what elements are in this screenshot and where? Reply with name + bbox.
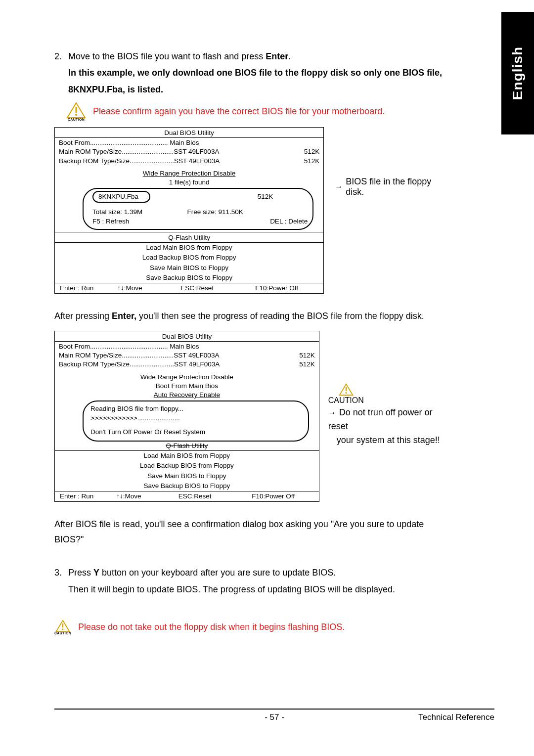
bios1-key-move: ↑↓:Move bbox=[117, 284, 180, 293]
svg-rect-7 bbox=[62, 623, 63, 627]
step-2-text-a: Move to the BIOS file you want to flash … bbox=[68, 51, 266, 61]
bios1-title: Dual BIOS Utility bbox=[55, 128, 323, 137]
step-3-line1: 3.Press Y button on your keyboard after … bbox=[54, 565, 445, 581]
bios2-key-f10: F10:Power Off bbox=[252, 492, 314, 501]
bios1-free-size: Free size: 911.50K bbox=[187, 208, 243, 217]
bios2-backrom-val: SST 49LF003A bbox=[174, 360, 220, 368]
bios2-bootfrom2: Boot From Main Bios bbox=[55, 382, 319, 391]
bios1-mainrom-size: 512K bbox=[304, 147, 320, 156]
language-tab-text: English bbox=[510, 46, 526, 100]
bios2-title: Dual BIOS Utility bbox=[55, 331, 319, 341]
caution-2-text: Please do not take out the floppy disk w… bbox=[78, 622, 345, 632]
bios1-mainrom-label: Main ROM Type/Size......................… bbox=[59, 148, 174, 155]
dual-bios-utility-1: Dual BIOS Utility Boot From.............… bbox=[54, 127, 324, 294]
bios2-progress-box: Reading BIOS file from floppy... >>>>>>>… bbox=[83, 400, 309, 442]
step-3-line2: Then it will begin to update BIOS. The p… bbox=[54, 581, 445, 598]
caution-label-1: CAUTION bbox=[68, 118, 85, 121]
bios1-backrom-val: SST 49LF003A bbox=[174, 157, 220, 165]
caution-label-2: CAUTION bbox=[54, 631, 71, 635]
step-3-number: 3. bbox=[54, 565, 68, 581]
bios2-bootfrom-label: Boot From...............................… bbox=[59, 343, 168, 350]
bios2-mainrom-size: 512K bbox=[299, 351, 315, 360]
bios1-bootfrom-label: Boot From...............................… bbox=[59, 139, 168, 146]
caution-triangle-icon bbox=[55, 620, 70, 632]
step-2-heading: 2.Move to the BIOS file you want to flas… bbox=[54, 48, 445, 65]
bios1-save-backup[interactable]: Save Backup BIOS to Floppy bbox=[55, 273, 323, 283]
floppy-note-1-text: BIOS file in the floppy disk. bbox=[346, 177, 445, 197]
step-2-number: 2. bbox=[54, 48, 68, 65]
bios2-backrom-size: 512K bbox=[299, 360, 315, 369]
bios1-load-backup[interactable]: Load Backup BIOS from Floppy bbox=[55, 253, 323, 263]
caution-1-text: Please confirm again you have the correc… bbox=[93, 106, 385, 117]
page-number: - 57 - bbox=[54, 712, 494, 722]
bios2-widerange: Wide Range Protection Disable bbox=[55, 370, 319, 382]
bios1-file-box: 8KNXPU.Fba 512K Total size: 1.39M Free s… bbox=[83, 188, 313, 230]
bios2-key-esc: ESC:Reset bbox=[178, 492, 252, 501]
arrow-right-icon: → bbox=[328, 408, 336, 417]
svg-point-2 bbox=[75, 114, 77, 116]
do-not-note-a: Do not trun off power or reset bbox=[328, 407, 433, 431]
bios2-key-move: ↑↓:Move bbox=[116, 492, 178, 501]
bios1-file-size: 512K bbox=[258, 192, 273, 201]
after-enter-text: After pressing Enter, you'll then see th… bbox=[54, 309, 445, 324]
svg-point-5 bbox=[345, 392, 347, 394]
bios1-qflash: Q-Flash Utility bbox=[55, 232, 323, 242]
caution-label-3: CAUTION bbox=[328, 396, 364, 405]
bios2-qflash: Q-Flash Utility bbox=[55, 441, 319, 450]
bios2-chevrons: >>>>>>>>>>>>....................... bbox=[90, 414, 301, 423]
caution-1: CAUTION Please confirm again you have th… bbox=[66, 102, 445, 121]
arrow-right-icon: → bbox=[335, 182, 343, 191]
bios1-refresh: F5 : Refresh bbox=[92, 217, 129, 226]
caution-icon-3: CAUTION bbox=[328, 383, 364, 405]
bios2-bootfrom-val: Main Bios bbox=[170, 343, 199, 350]
caution-icon-2: CAUTION bbox=[54, 620, 71, 635]
language-tab: English bbox=[501, 12, 534, 134]
bios2-save-backup[interactable]: Save Backup BIOS to Floppy bbox=[55, 481, 319, 491]
bios2-reading: Reading BIOS file from floppy... bbox=[90, 404, 301, 413]
bios1-delete: DEL : Delete bbox=[270, 217, 308, 226]
bios2-load-backup[interactable]: Load Backup BIOS from Floppy bbox=[55, 461, 319, 471]
bios1-key-enter: Enter : Run bbox=[60, 284, 117, 293]
do-not-note-b: your system at this stage!! bbox=[337, 434, 440, 447]
svg-rect-4 bbox=[346, 387, 347, 391]
svg-rect-1 bbox=[76, 107, 77, 113]
after-read-text: After BIOS file is read, you'll see a co… bbox=[54, 517, 445, 547]
caution-triangle-icon bbox=[339, 383, 354, 396]
bios1-load-main[interactable]: Load Main BIOS from Floppy bbox=[55, 243, 323, 253]
bios1-file-name: 8KNXPU.Fba bbox=[92, 191, 150, 203]
bios1-save-main[interactable]: Save Main BIOS to Floppy bbox=[55, 263, 323, 273]
step-2-period: . bbox=[288, 51, 291, 61]
caution-2: CAUTION Please do not take out the flopp… bbox=[54, 620, 445, 635]
step-2-example-text: In this example, we only download one BI… bbox=[54, 65, 445, 98]
bios1-bootfrom-val: Main Bios bbox=[170, 139, 199, 146]
bios1-total-size: Total size: 1.39M bbox=[92, 208, 142, 217]
bios1-key-esc: ESC:Reset bbox=[180, 284, 255, 293]
bios1-key-f10: F10:Power Off bbox=[255, 284, 318, 293]
bios1-mainrom-val: SST 49LF003A bbox=[174, 148, 219, 155]
caution-triangle-icon bbox=[66, 102, 86, 119]
floppy-note-1: → BIOS file in the floppy disk. bbox=[335, 177, 445, 197]
bios2-save-main[interactable]: Save Main BIOS to Floppy bbox=[55, 471, 319, 481]
bios1-backrom-label: Backup ROM Type/Size....................… bbox=[59, 157, 174, 165]
bios2-autorecovery: Auto Recovery Enable bbox=[55, 391, 319, 400]
bios1-backrom-size: 512K bbox=[304, 157, 320, 166]
step-2-enter: Enter bbox=[266, 51, 288, 61]
bios2-dont-off: Don't Turn Off Power Or Reset System bbox=[90, 428, 301, 437]
bios2-key-enter: Enter : Run bbox=[60, 492, 116, 501]
page-footer: - 57 - Technical Reference bbox=[54, 709, 494, 722]
dual-bios-utility-2: Dual BIOS Utility Boot From.............… bbox=[54, 331, 319, 502]
do-not-note: CAUTION →Do not trun off power or reset … bbox=[328, 383, 445, 447]
bios1-widerange: Wide Range Protection Disable bbox=[55, 166, 323, 178]
bios2-backrom-label: Backup ROM Type/Size....................… bbox=[59, 360, 174, 368]
bios1-key-row: Enter : Run ↑↓:Move ESC:Reset F10:Power … bbox=[55, 283, 323, 293]
bios2-mainrom-label: Main ROM Type/Size......................… bbox=[59, 352, 174, 359]
bios2-load-main[interactable]: Load Main BIOS from Floppy bbox=[55, 451, 319, 461]
caution-icon-1: CAUTION bbox=[66, 102, 86, 121]
bios1-files-found: 1 file(s) found bbox=[55, 178, 323, 187]
svg-point-8 bbox=[62, 628, 64, 630]
bios2-key-row: Enter : Run ↑↓:Move ESC:Reset F10:Power … bbox=[55, 491, 319, 501]
bios2-mainrom-val: SST 49LF003A bbox=[174, 352, 219, 359]
